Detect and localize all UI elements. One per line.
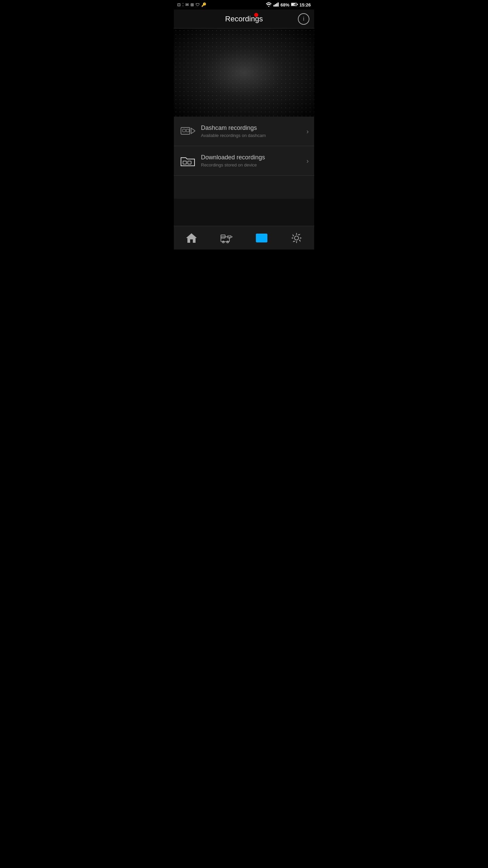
downloaded-icon <box>179 152 196 169</box>
shield-icon: 🛡 <box>196 2 200 7</box>
svg-rect-3 <box>276 3 277 6</box>
svg-rect-4 <box>278 2 279 6</box>
downloaded-recordings-title: Downloaded recordings <box>201 154 304 161</box>
status-bar-left: ⊡ ⁚ ✉ ⊞ 🛡 🔑 <box>177 2 206 7</box>
content-spacer <box>174 199 314 226</box>
svg-point-0 <box>268 5 269 6</box>
mail-icon: ✉ <box>185 2 189 7</box>
signal-bars-icon <box>273 2 279 8</box>
svg-rect-21 <box>188 161 191 164</box>
svg-point-39 <box>294 236 299 240</box>
grille-background <box>174 28 314 117</box>
menu-section: Dashcam recordings Available recordings … <box>174 117 314 199</box>
time: 15:26 <box>300 2 311 7</box>
downloaded-recordings-subtitle: Recordings stored on device <box>201 162 304 167</box>
dashcam-recordings-subtitle: Available recordings on dashcam <box>201 133 304 138</box>
info-button[interactable]: i <box>298 13 309 25</box>
nav-settings[interactable] <box>279 229 314 247</box>
svg-rect-18 <box>183 129 185 132</box>
wifi-icon <box>266 2 272 8</box>
svg-point-25 <box>223 241 224 243</box>
dashcam-recordings-title: Dashcam recordings <box>201 124 304 132</box>
svg-marker-22 <box>186 233 197 243</box>
header: Recordings i <box>174 9 314 28</box>
svg-rect-20 <box>183 161 186 164</box>
downloaded-recordings-text: Downloaded recordings Recordings stored … <box>201 154 304 167</box>
svg-rect-37 <box>260 240 262 241</box>
nav-recordings[interactable] <box>244 229 279 247</box>
hero-banner <box>174 28 314 117</box>
photo-icon: ⊡ <box>177 2 181 7</box>
svg-point-26 <box>227 241 228 243</box>
svg-rect-2 <box>275 4 276 6</box>
dashcam-recordings-arrow: › <box>306 127 309 135</box>
downloaded-recordings-arrow: › <box>306 157 309 165</box>
nav-dashcam[interactable] <box>209 229 244 247</box>
battery-percentage: 68% <box>281 2 289 7</box>
svg-rect-1 <box>273 5 274 6</box>
svg-rect-19 <box>186 129 189 132</box>
nav-home[interactable] <box>174 229 209 247</box>
svg-rect-34 <box>265 235 266 236</box>
bottom-navigation <box>174 226 314 250</box>
svg-marker-28 <box>231 236 232 237</box>
info-icon: i <box>303 16 304 22</box>
status-bar-right: 68% 15:26 <box>266 2 311 8</box>
camera-icon: ⊞ <box>190 2 194 7</box>
battery-icon <box>291 2 298 7</box>
dashcam-recordings-text: Dashcam recordings Available recordings … <box>201 124 304 138</box>
dots-icon: ⁚ <box>182 2 184 7</box>
svg-marker-17 <box>191 128 195 134</box>
dashcam-recordings-item[interactable]: Dashcam recordings Available recordings … <box>174 117 314 146</box>
svg-rect-7 <box>297 4 298 5</box>
key-icon: 🔑 <box>201 2 206 7</box>
downloaded-recordings-item[interactable]: Downloaded recordings Recordings stored … <box>174 146 314 176</box>
svg-rect-33 <box>257 240 258 241</box>
svg-rect-36 <box>260 235 262 236</box>
svg-rect-32 <box>257 235 258 236</box>
svg-rect-35 <box>265 240 266 241</box>
dashcam-icon <box>179 123 196 140</box>
status-bar: ⊡ ⁚ ✉ ⊞ 🛡 🔑 68% <box>174 0 314 9</box>
recording-indicator <box>254 13 258 17</box>
